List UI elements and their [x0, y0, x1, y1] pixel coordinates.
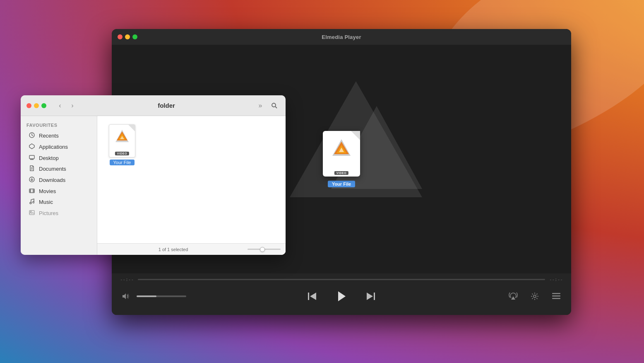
- finder-search-button[interactable]: [269, 100, 280, 111]
- svg-rect-15: [552, 295, 560, 297]
- finder-minimize-button[interactable]: [34, 103, 39, 108]
- zoom-slider[interactable]: [248, 249, 281, 250]
- next-icon: [366, 293, 375, 300]
- right-controls: [497, 290, 563, 303]
- svg-marker-9: [338, 291, 346, 301]
- previous-button[interactable]: [305, 289, 320, 304]
- finder-folder-name: folder: [158, 102, 175, 109]
- sidebar-item-pictures-label: Pictures: [39, 210, 58, 216]
- playlist-icon: [552, 293, 560, 300]
- sidebar-item-downloads-label: Downloads: [39, 177, 65, 183]
- music-icon: [28, 198, 36, 206]
- downloads-icon: [28, 177, 36, 184]
- svg-marker-11: [367, 293, 373, 300]
- svg-point-36: [33, 201, 34, 203]
- svg-marker-12: [511, 296, 515, 300]
- finder-path: folder: [82, 102, 251, 109]
- finder-statusbar: 1 of 1 selected: [97, 243, 286, 255]
- finder-back-button[interactable]: ‹: [55, 100, 65, 111]
- status-text: 1 of 1 selected: [102, 247, 244, 252]
- sidebar-item-music-label: Music: [39, 199, 53, 205]
- svg-rect-16: [552, 298, 560, 299]
- player-file-icon: VIDEO: [323, 131, 360, 177]
- svg-point-17: [272, 103, 276, 107]
- finder-file-area: VIDEO Your File: [97, 116, 286, 243]
- file-item[interactable]: VIDEO Your File: [106, 124, 139, 165]
- player-close-button[interactable]: [118, 34, 123, 39]
- svg-line-18: [275, 106, 277, 108]
- airplay-button[interactable]: [507, 290, 520, 303]
- svg-rect-10: [374, 293, 375, 300]
- finder-close-button[interactable]: [26, 103, 31, 108]
- play-button[interactable]: [332, 287, 351, 305]
- finder-traffic-lights: [26, 103, 46, 108]
- finder-content: VIDEO Your File 1 of 1 selected: [97, 116, 286, 255]
- player-traffic-lights: [118, 34, 137, 39]
- volume-icon: [123, 293, 131, 300]
- file-badge: VIDEO: [115, 152, 129, 155]
- svg-point-13: [533, 295, 536, 298]
- sidebar-item-desktop-label: Desktop: [39, 155, 59, 161]
- search-icon: [271, 102, 278, 109]
- sidebar-item-movies-label: Movies: [39, 188, 56, 194]
- sidebar-item-desktop[interactable]: Desktop: [22, 152, 95, 163]
- svg-marker-20: [29, 144, 34, 149]
- svg-rect-14: [552, 293, 560, 294]
- file-name-label: Your File: [110, 160, 134, 165]
- play-icon: [336, 290, 347, 302]
- finder-sidebar: Favourites Recents Applications: [21, 116, 97, 255]
- desktop-icon: [28, 155, 36, 161]
- svg-marker-6: [123, 293, 126, 299]
- player-controls: --:-- --:--: [112, 273, 571, 315]
- sidebar-item-recents[interactable]: Recents: [22, 130, 95, 141]
- sidebar-item-music[interactable]: Music: [22, 196, 95, 208]
- controls-row: [120, 287, 563, 305]
- settings-button[interactable]: [528, 290, 541, 303]
- finder-titlebar: ‹ › folder »: [21, 95, 286, 116]
- sidebar-item-movies[interactable]: Movies: [22, 186, 95, 196]
- player-maximize-button[interactable]: [132, 34, 137, 39]
- player-minimize-button[interactable]: [125, 34, 130, 39]
- svg-marker-8: [310, 293, 316, 300]
- time-end: --:--: [549, 277, 563, 282]
- volume-track[interactable]: [137, 295, 186, 297]
- zoom-thumb[interactable]: [260, 247, 265, 252]
- playlist-button[interactable]: [550, 290, 563, 303]
- sidebar-item-recents-label: Recents: [39, 133, 59, 139]
- volume-control: [120, 290, 186, 303]
- sidebar-item-documents[interactable]: Documents: [22, 163, 95, 174]
- svg-rect-21: [29, 155, 34, 159]
- elmedia-logo-large: [332, 138, 351, 158]
- player-title: Elmedia Player: [322, 34, 361, 40]
- sidebar-item-applications[interactable]: Applications: [22, 141, 95, 152]
- svg-point-38: [30, 211, 31, 213]
- finder-maximize-button[interactable]: [41, 103, 46, 108]
- svg-rect-7: [308, 293, 309, 300]
- sidebar-item-pictures[interactable]: Pictures: [22, 208, 95, 218]
- sidebar-item-applications-label: Applications: [39, 144, 68, 150]
- sidebar-item-downloads[interactable]: Downloads: [22, 174, 95, 186]
- time-start: --:--: [120, 277, 134, 282]
- documents-icon: [28, 165, 36, 172]
- finder-toolbar-right: »: [255, 100, 280, 111]
- movies-icon: [28, 188, 36, 194]
- finder-window: ‹ › folder » Favourites: [21, 95, 286, 255]
- svg-point-35: [30, 202, 31, 204]
- svg-rect-28: [29, 189, 34, 193]
- volume-icon-button[interactable]: [120, 290, 133, 303]
- elmedia-logo-small: [115, 129, 130, 144]
- player-titlebar: Elmedia Player: [112, 29, 571, 45]
- sidebar-item-documents-label: Documents: [39, 166, 66, 172]
- file-icon: VIDEO: [109, 124, 135, 157]
- playback-controls: [305, 287, 378, 305]
- finder-view-button[interactable]: »: [255, 100, 266, 111]
- progress-bar-area: --:-- --:--: [120, 277, 563, 282]
- finder-forward-button[interactable]: ›: [67, 100, 78, 111]
- applications-icon: [28, 143, 36, 150]
- svg-rect-37: [29, 211, 34, 215]
- progress-track[interactable]: [138, 279, 545, 280]
- previous-icon: [308, 293, 317, 300]
- player-file-label: Your File: [328, 181, 355, 187]
- next-button[interactable]: [363, 289, 378, 304]
- sidebar-section-favourites: Favourites: [21, 121, 97, 130]
